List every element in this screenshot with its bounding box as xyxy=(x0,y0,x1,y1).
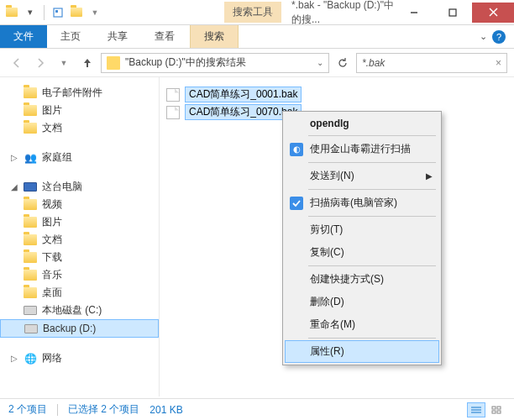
guanjia-icon xyxy=(290,197,303,210)
back-button[interactable] xyxy=(7,53,27,73)
network-icon: 🌐 xyxy=(24,352,37,365)
up-button[interactable] xyxy=(77,53,97,73)
search-box[interactable]: × xyxy=(356,53,507,73)
sidebar-item-drive-c[interactable]: 本地磁盘 (C:) xyxy=(0,302,159,319)
help-icon[interactable]: ? xyxy=(492,30,506,44)
drive-icon xyxy=(24,322,38,335)
sidebar-item[interactable]: 下载 xyxy=(0,249,159,266)
ctx-delete[interactable]: 删除(D) xyxy=(285,291,439,313)
clear-search-icon[interactable]: × xyxy=(496,57,501,69)
app-icon[interactable] xyxy=(5,6,18,19)
tab-view[interactable]: 查看 xyxy=(141,25,188,48)
new-folder-icon[interactable] xyxy=(70,6,83,19)
tab-file[interactable]: 文件 xyxy=(0,25,47,48)
status-item-count: 2 个项目 xyxy=(8,402,47,417)
ribbon-expand-icon[interactable]: ⌄ xyxy=(480,31,487,42)
refresh-button[interactable] xyxy=(333,53,353,73)
search-input[interactable] xyxy=(362,57,496,69)
ribbon-tabs: 文件 主页 共享 查看 搜索 ⌄ ? xyxy=(0,25,514,49)
contextual-tool-label: 搜索工具 xyxy=(224,2,281,23)
address-bar[interactable]: ⌄ xyxy=(101,53,329,73)
sidebar-homegroup[interactable]: ▷👥家庭组 xyxy=(0,149,159,166)
status-selected-count: 已选择 2 个项目 xyxy=(68,402,139,417)
qat-dropdown-icon[interactable]: ▾ xyxy=(24,6,37,19)
ctx-copy[interactable]: 复制(C) xyxy=(285,241,439,264)
ctx-scan-guanjia[interactable]: 扫描病毒(电脑管家) xyxy=(285,192,439,214)
svg-rect-1 xyxy=(55,10,58,13)
svg-rect-11 xyxy=(492,411,496,413)
tab-home[interactable]: 主页 xyxy=(47,25,94,48)
tab-search[interactable]: 搜索 xyxy=(190,25,239,48)
sidebar-item[interactable]: 图片 xyxy=(0,213,159,231)
svg-rect-9 xyxy=(492,407,496,409)
recent-dropdown-icon[interactable]: ▼ xyxy=(54,53,74,73)
sidebar-fav-item: 图片 xyxy=(0,102,159,119)
file-icon xyxy=(166,88,180,102)
forward-button[interactable] xyxy=(30,53,50,73)
address-dropdown-icon[interactable]: ⌄ xyxy=(317,58,323,67)
ctx-scan-kingsoft[interactable]: ◐使用金山毒霸进行扫描 xyxy=(285,138,439,160)
view-icons-button[interactable] xyxy=(487,402,506,417)
minimize-button[interactable] xyxy=(395,3,433,23)
address-input[interactable] xyxy=(125,57,312,69)
file-item[interactable]: CAD简单练习_0001.bak xyxy=(166,86,507,103)
status-size: 201 KB xyxy=(149,404,182,416)
submenu-arrow-icon: ▶ xyxy=(426,171,433,181)
close-button[interactable] xyxy=(472,3,514,23)
context-menu: opendlg ◐使用金山毒霸进行扫描 发送到(N)▶ 扫描病毒(电脑管家) 剪… xyxy=(282,111,442,365)
nav-pane: 电子邮件附件 图片 文档 ▷👥家庭组 ◢这台电脑 视频 图片 文档 下载 音乐 … xyxy=(0,77,160,396)
maximize-button[interactable] xyxy=(433,3,472,23)
file-icon xyxy=(166,106,180,119)
sidebar-item-drive-d[interactable]: Backup (D:) xyxy=(0,319,159,338)
ctx-open[interactable]: opendlg xyxy=(285,113,439,134)
ctx-rename[interactable]: 重命名(M) xyxy=(285,313,439,336)
status-bar: 2 个项目 已选择 2 个项目 201 KB xyxy=(0,398,514,420)
sidebar-item[interactable]: 文档 xyxy=(0,231,159,249)
svg-rect-10 xyxy=(497,407,501,409)
sidebar-item[interactable]: 音乐 xyxy=(0,266,159,284)
sidebar-fav-item: 电子邮件附件 xyxy=(0,84,159,102)
sidebar-network[interactable]: ▷🌐网络 xyxy=(0,349,159,367)
qat-more-icon[interactable]: ▼ xyxy=(88,6,102,19)
homegroup-icon: 👥 xyxy=(24,151,37,165)
sidebar-item[interactable]: 桌面 xyxy=(0,284,159,302)
kingsoft-icon: ◐ xyxy=(290,143,303,156)
quick-access-toolbar: ▾ ▼ xyxy=(0,5,107,20)
ctx-properties[interactable]: 属性(R) xyxy=(285,340,439,363)
search-location-icon xyxy=(107,56,120,70)
svg-rect-12 xyxy=(497,411,501,413)
titlebar: ▾ ▼ 搜索工具 *.bak - "Backup (D:)"中的搜... xyxy=(0,0,514,25)
svg-rect-3 xyxy=(449,9,456,16)
sidebar-thispc[interactable]: ◢这台电脑 xyxy=(0,178,159,196)
sidebar-item[interactable]: 视频 xyxy=(0,196,159,213)
ctx-sendto[interactable]: 发送到(N)▶ xyxy=(285,165,439,187)
ctx-shortcut[interactable]: 创建快捷方式(S) xyxy=(285,268,439,291)
navbar: ▼ ⌄ × xyxy=(0,49,514,77)
view-details-button[interactable] xyxy=(467,402,485,417)
ctx-cut[interactable]: 剪切(T) xyxy=(285,218,439,241)
pc-icon xyxy=(24,181,37,194)
properties-icon[interactable] xyxy=(51,6,65,19)
drive-icon xyxy=(24,304,37,318)
window-title: *.bak - "Backup (D:)"中的搜... xyxy=(291,0,395,27)
sidebar-fav-item: 文档 xyxy=(0,119,159,137)
tab-share[interactable]: 共享 xyxy=(94,25,141,48)
